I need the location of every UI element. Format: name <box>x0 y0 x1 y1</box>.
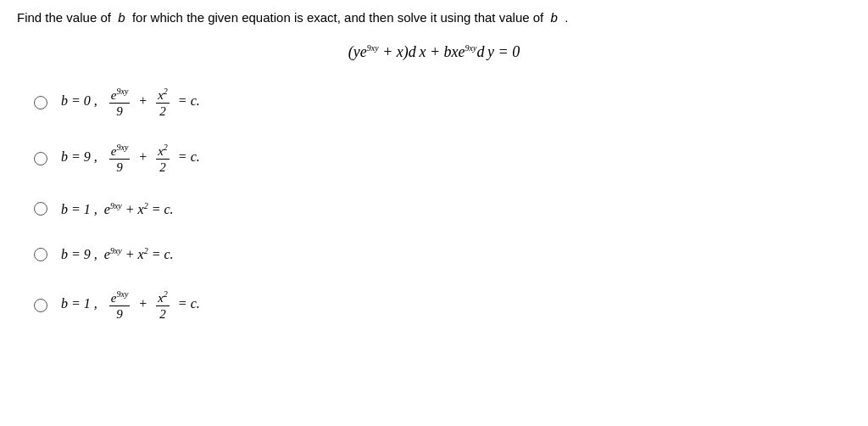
option-content-1: b = 0 , e9xy 9 + x2 2 = c. <box>61 87 200 119</box>
period: . <box>565 10 568 25</box>
option-content-2: b = 9 , e9xy 9 + x2 2 = c. <box>61 143 200 175</box>
option-row-3: b = 1 , e9xy + x2 = c. <box>34 199 851 221</box>
prefix-text: Find the value of <box>17 10 111 25</box>
fraction-e-2: e9xy 9 <box>109 143 131 175</box>
fraction-x-5: x2 2 <box>156 289 170 322</box>
option-row-5: b = 1 , e9xy 9 + x2 2 = c. <box>34 289 851 322</box>
fraction-x-2: x2 2 <box>156 143 170 175</box>
fraction-x-1: x2 2 <box>156 87 170 119</box>
option-row-4: b = 9 , e9xy + x2 = c. <box>34 244 851 266</box>
radio-1[interactable] <box>34 96 47 109</box>
fraction-e-1: e9xy 9 <box>109 87 131 119</box>
options-list: b = 0 , e9xy 9 + x2 2 = c. b = 9 , <box>34 87 851 322</box>
radio-2[interactable] <box>34 152 47 165</box>
radio-4[interactable] <box>34 248 47 261</box>
radio-3[interactable] <box>34 202 47 216</box>
option-row-2: b = 9 , e9xy 9 + x2 2 = c. <box>34 143 851 175</box>
b-var-2: b <box>547 10 561 25</box>
middle-text: for which the given equation is exact, a… <box>132 10 543 25</box>
question-header: Find the value of b for which the given … <box>17 8 851 28</box>
option-row-1: b = 0 , e9xy 9 + x2 2 = c. <box>34 87 851 119</box>
fraction-e-5: e9xy 9 <box>109 289 131 322</box>
option-content-4: b = 9 , e9xy + x2 = c. <box>61 244 174 266</box>
option-content-3: b = 1 , e9xy + x2 = c. <box>61 199 174 221</box>
main-equation: (ye9xy + x)d x + bxe9xyd y = 0 <box>17 43 851 61</box>
option-content-5: b = 1 , e9xy 9 + x2 2 = c. <box>61 289 200 322</box>
radio-5[interactable] <box>34 299 47 312</box>
equation-content: (ye9xy + x)d x + bxe9xyd y = 0 <box>348 43 520 60</box>
b-var-1: b <box>114 10 129 25</box>
